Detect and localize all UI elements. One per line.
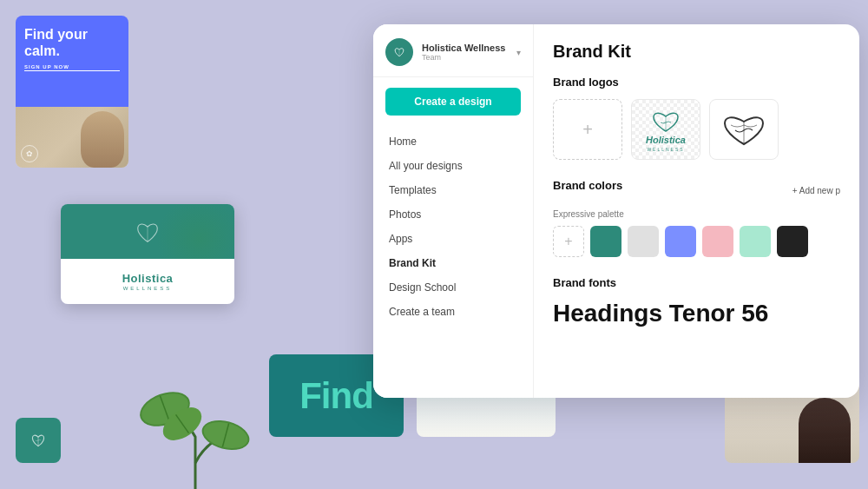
- logo-holistica-slot[interactable]: Holistica WELLNESS: [631, 99, 700, 160]
- find-text: Find: [299, 375, 373, 417]
- sidebar-nav-apps[interactable]: Apps: [373, 227, 533, 251]
- holistica-logo-icon: [648, 107, 683, 133]
- app-window: Holistica Wellness Team ▾ Create a desig…: [373, 24, 859, 398]
- plus-icon: +: [582, 120, 593, 140]
- find-calm-cta: SIGN UP NOW: [24, 64, 120, 71]
- color-swatch-black[interactable]: [777, 226, 808, 257]
- color-swatch-mint[interactable]: [740, 226, 771, 257]
- leaf-background: [61, 204, 234, 259]
- logo-add-slot[interactable]: +: [553, 99, 622, 160]
- workspace-name: Holistica Wellness: [422, 43, 508, 53]
- holistica-logo-sub: WELLNESS: [647, 147, 684, 152]
- sidebar-nav-home[interactable]: Home: [373, 129, 533, 154]
- workspace-type: Team: [422, 53, 508, 62]
- plant-svg: [126, 376, 265, 489]
- logos-grid: + Holistica WELLNESS: [553, 99, 840, 160]
- logo-holistica: Holistica WELLNESS: [646, 107, 686, 152]
- holistica-biz-sub: WELLNESS: [123, 286, 173, 291]
- plant-image: [126, 376, 265, 489]
- sidebar-header[interactable]: Holistica Wellness Team ▾: [373, 24, 533, 77]
- color-swatch-periwinkle[interactable]: [665, 226, 696, 257]
- card-holistica-business: Holistica WELLNESS: [61, 204, 234, 304]
- create-design-button[interactable]: Create a design: [385, 88, 521, 116]
- nav-list: HomeAll your designsTemplatesPhotosAppsB…: [373, 126, 533, 398]
- fonts-section: Brand fonts Headings Tenor 56: [553, 276, 840, 327]
- person-landscape: [799, 398, 851, 463]
- holistica-biz-name: Holistica: [122, 272, 174, 285]
- lotus-small-icon: [29, 431, 48, 450]
- sidebar-nav-templates[interactable]: Templates: [373, 178, 533, 202]
- sidebar-nav-photos[interactable]: Photos: [373, 202, 533, 227]
- colors-section: Brand colors + Add new p Expressive pale…: [553, 179, 840, 257]
- add-palette-button[interactable]: + Add new p: [792, 186, 840, 195]
- plus-swatch-icon: +: [564, 234, 572, 249]
- swatch-add-button[interactable]: +: [553, 226, 584, 257]
- color-swatch-pink[interactable]: [702, 226, 733, 257]
- sidebar-nav-brand-kit[interactable]: Brand Kit: [373, 251, 533, 275]
- palette-name: Expressive palette: [553, 209, 840, 219]
- color-swatches: +: [553, 226, 840, 257]
- sidebar-nav-create-a-team[interactable]: Create a team: [373, 300, 533, 324]
- fonts-section-title: Brand fonts: [553, 276, 840, 289]
- chevron-down-icon[interactable]: ▾: [516, 48, 521, 57]
- sidebar-nav-all-your-designs[interactable]: All your designs: [373, 154, 533, 178]
- workspace-logo-icon: [392, 45, 406, 59]
- circle-icon: ✿: [21, 145, 38, 162]
- sidebar: Holistica Wellness Team ▾ Create a desig…: [373, 24, 534, 398]
- page-title: Brand Kit: [553, 42, 840, 62]
- colors-header: Brand colors + Add new p: [553, 179, 840, 202]
- logo-outline-slot[interactable]: [709, 99, 779, 160]
- logos-section-title: Brand logos: [553, 76, 840, 89]
- color-swatch-light gray[interactable]: [628, 226, 659, 257]
- main-content: Brand Kit Brand logos + Holistica WELLNE…: [534, 24, 859, 398]
- colors-section-title: Brand colors: [553, 179, 622, 192]
- find-calm-title: Find your calm.: [24, 26, 120, 59]
- holistica-logo-name: Holistica: [646, 135, 686, 145]
- color-swatch-teal[interactable]: [590, 226, 621, 257]
- font-preview: Headings Tenor 56: [553, 300, 840, 327]
- workspace-avatar: [385, 38, 413, 66]
- sidebar-nav-design-school[interactable]: Design School: [373, 275, 533, 300]
- lotus-outline-icon: [718, 108, 770, 151]
- card-find-calm: Find your calm. SIGN UP NOW ✿: [16, 16, 128, 168]
- card-small-teal: [16, 418, 61, 463]
- workspace-info: Holistica Wellness Team: [422, 43, 508, 62]
- person-silhouette: [81, 111, 124, 168]
